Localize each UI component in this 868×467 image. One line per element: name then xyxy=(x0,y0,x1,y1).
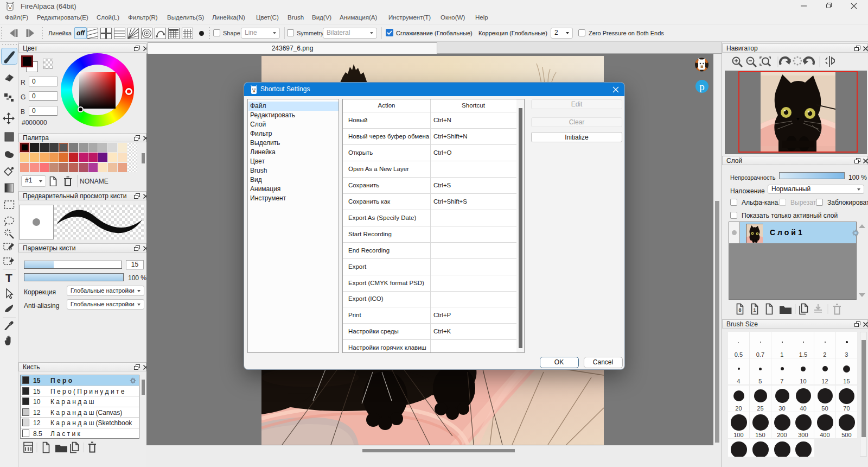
svg-text:1: 1 xyxy=(753,307,756,313)
svg-text:p: p xyxy=(699,81,705,92)
svg-text:T: T xyxy=(5,272,12,284)
svg-text:8: 8 xyxy=(738,307,741,313)
